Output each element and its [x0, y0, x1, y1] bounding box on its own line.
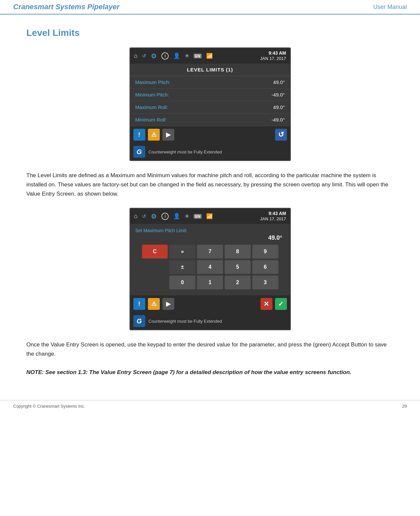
max-pitch-value: 49.0°	[273, 79, 285, 85]
brand-icon-1: G	[133, 146, 145, 158]
reset-button[interactable]: ↺	[275, 129, 287, 141]
key-3[interactable]: 3	[252, 276, 278, 289]
keypad-area: Set Maximum Pitch Limit: 49.0° C » 7 8 9…	[130, 224, 290, 295]
row-max-pitch[interactable]: Maximum Pitch: 49.0°	[130, 76, 290, 89]
page-content: Level Limits ⌂ ↺ ⚙ i 👤 ✳ EN 📶 9:43 AM JA…	[0, 14, 420, 400]
key-1[interactable]: 1	[197, 276, 223, 289]
key-4[interactable]: 4	[197, 260, 223, 274]
person-icon-2[interactable]: 👤	[173, 213, 180, 220]
language-badge-2[interactable]: EN	[194, 214, 201, 219]
manual-label: User Manual	[373, 4, 407, 11]
app-title: Cranesmart Systems Pipelayer	[13, 3, 120, 11]
actionbar-2: ! ⚠ ▶ ✕ ✓	[130, 295, 290, 312]
warn-button[interactable]: ⚠	[148, 129, 160, 141]
person-icon[interactable]: 👤	[173, 52, 180, 59]
key-clear[interactable]: C	[142, 245, 168, 258]
level-rows: Maximum Pitch: 49.0° Minimum Pitch: -49.…	[130, 76, 290, 126]
key-5[interactable]: 5	[225, 260, 251, 274]
gear-icon-2[interactable]: ⚙	[151, 212, 157, 220]
keypad-grid: C » 7 8 9 ± 4 5 6 0 1 2 3	[135, 245, 285, 293]
key-plusminus[interactable]: ±	[169, 260, 195, 274]
page-footer: Copyright © Cranesmart Systems Inc. 29	[0, 400, 420, 412]
keypad-value: 49.0°	[135, 234, 285, 241]
language-badge[interactable]: EN	[194, 54, 201, 58]
flag-button[interactable]: ▶	[162, 129, 174, 141]
row-min-pitch[interactable]: Minimum Pitch: -49.0°	[130, 89, 290, 101]
info-button-2[interactable]: !	[133, 298, 145, 310]
row-min-roll[interactable]: Minimum Roll: -49.0°	[130, 114, 290, 126]
body-text-1: The Level Limits are defined as a Maximu…	[26, 171, 394, 199]
warn-button-2[interactable]: ⚠	[148, 298, 160, 310]
max-roll-value: 49.0°	[273, 104, 285, 110]
row-max-roll[interactable]: Maximum Roll: 49.0°	[130, 101, 290, 114]
info-icon[interactable]: i	[161, 52, 169, 60]
gear-icon[interactable]: ⚙	[151, 52, 157, 60]
home-icon[interactable]: ⌂	[134, 52, 138, 59]
min-pitch-label: Minimum Pitch:	[135, 92, 169, 97]
keypad-label: Set Maximum Pitch Limit:	[135, 228, 285, 233]
settings2-icon-2[interactable]: ✳	[185, 213, 189, 219]
screen2-wrapper: ⌂ ↺ ⚙ i 👤 ✳ EN 📶 9:43 AM JAN 17, 2017 Se…	[26, 208, 394, 330]
body-text-2: Once the Value Entry Screen is opened, u…	[26, 340, 394, 359]
section-title: Level Limits	[26, 28, 394, 38]
time-block-1: 9:43 AM JAN 17, 2017	[260, 50, 286, 62]
footer-copyright: Copyright © Cranesmart Systems Inc.	[13, 404, 85, 409]
refresh-icon-2[interactable]: ↺	[142, 213, 146, 219]
refresh-icon[interactable]: ↺	[142, 53, 146, 59]
device-screen-1: ⌂ ↺ ⚙ i 👤 ✳ EN 📶 9:43 AM JAN 17, 2017 LE…	[129, 47, 291, 161]
topbar-1: ⌂ ↺ ⚙ i 👤 ✳ EN 📶 9:43 AM JAN 17, 2017	[130, 48, 290, 64]
key-0[interactable]: 0	[169, 276, 195, 289]
status-text-2: Counterweight must be Fully Extended	[149, 319, 222, 324]
device-screen-2: ⌂ ↺ ⚙ i 👤 ✳ EN 📶 9:43 AM JAN 17, 2017 Se…	[129, 208, 291, 330]
page-header: Cranesmart Systems Pipelayer User Manual	[0, 0, 420, 14]
statusbar-2: G Counterweight must be Fully Extended	[130, 312, 290, 330]
max-pitch-label: Maximum Pitch:	[135, 79, 171, 85]
note-text: NOTE: See section 1.3: The Value Entry S…	[26, 368, 394, 377]
key-backspace[interactable]: »	[169, 245, 195, 258]
status-text-1: Counterweight must be Fully Extended	[149, 149, 222, 154]
max-roll-label: Maximum Roll:	[135, 104, 168, 110]
time-block-2: 9:43 AM JAN 17, 2017	[260, 210, 286, 222]
key-6[interactable]: 6	[252, 260, 278, 274]
key-7[interactable]: 7	[197, 245, 223, 258]
home-icon-2[interactable]: ⌂	[134, 213, 138, 220]
flag-button-2[interactable]: ▶	[162, 298, 174, 310]
min-roll-label: Minimum Roll:	[135, 117, 167, 122]
topbar-2: ⌂ ↺ ⚙ i 👤 ✳ EN 📶 9:43 AM JAN 17, 2017	[130, 208, 290, 224]
key-8[interactable]: 8	[225, 245, 251, 258]
key-9[interactable]: 9	[252, 245, 278, 258]
min-pitch-value: -49.0°	[271, 92, 285, 97]
settings2-icon[interactable]: ✳	[185, 53, 189, 59]
cancel-button[interactable]: ✕	[261, 298, 272, 310]
key-2[interactable]: 2	[225, 276, 251, 289]
actionbar-1: ! ⚠ ▶ ↺	[130, 126, 290, 143]
statusbar-1: G Counterweight must be Fully Extended	[130, 143, 290, 160]
key-empty-1	[142, 260, 168, 274]
info-button[interactable]: !	[133, 129, 145, 141]
accept-button[interactable]: ✓	[275, 298, 287, 310]
brand-icon-2: G	[133, 315, 145, 327]
wifi-icon-2[interactable]: 📶	[206, 213, 213, 219]
key-empty-2	[142, 276, 168, 289]
wifi-icon[interactable]: 📶	[206, 53, 213, 59]
screen1-title: LEVEL LIMITS (1)	[130, 64, 290, 76]
screen1-wrapper: ⌂ ↺ ⚙ i 👤 ✳ EN 📶 9:43 AM JAN 17, 2017 LE…	[26, 47, 394, 161]
info-icon-2[interactable]: i	[161, 213, 169, 220]
min-roll-value: -49.0°	[271, 117, 285, 122]
footer-page-number: 29	[402, 404, 407, 409]
